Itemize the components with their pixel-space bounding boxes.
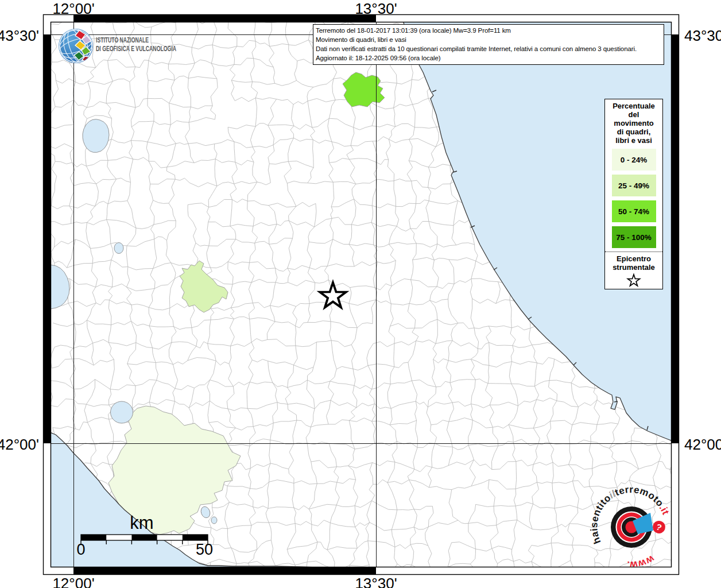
coord-label-right-top: 43°30' [684, 27, 721, 45]
legend-divider [605, 252, 662, 252]
legend-title-line: libri e vasi [605, 136, 662, 145]
scale-bar-start: 0 [76, 541, 85, 558]
legend-epicenter-star [605, 273, 662, 291]
legend-title-line: Percentuale [605, 102, 662, 110]
map-canvas: km 0 50 [0, 0, 721, 588]
legend-swatch-label: 75 - 100% [616, 233, 652, 242]
legend-title-line: di quadri, [605, 127, 662, 136]
legend-epicenter-label: Epicentro strumentale [605, 254, 662, 272]
legend-swatch: 0 - 24% [612, 149, 656, 171]
legend-items: 0 - 24%25 - 49%50 - 74%75 - 100% [605, 149, 662, 248]
earthquake-info-box: Terremoto del 18-01-2017 13:01:39 (ora l… [313, 24, 664, 65]
lake-vico [114, 243, 123, 254]
legend-swatch: 50 - 74% [612, 200, 656, 222]
lake-bracciano [111, 401, 133, 423]
ingv-name-line2: DI GEOFISICA E VULCANOLOGIA [96, 45, 176, 53]
legend-swatch-label: 0 - 24% [621, 156, 648, 164]
legend-swatch-label: 25 - 49% [618, 181, 649, 190]
legend-swatch: 75 - 100% [612, 226, 656, 248]
coord-label-right-bottom: 42°00' [684, 436, 721, 454]
legend: Percentualedelmovimentodi quadri,libri e… [604, 99, 663, 289]
legend-title-line: movimento [605, 119, 662, 127]
coord-label-top-left: 12°00' [48, 0, 99, 18]
info-line-data-note: Dati non verificati estratti da 10 quest… [316, 44, 661, 53]
coord-label-left-bottom: 42°00' [0, 436, 39, 454]
scale-bar-unit: km [130, 513, 153, 533]
legend-swatch-label: 50 - 74% [618, 207, 649, 216]
info-line-updated: Aggiornato il: 18-12-2025 09:56 (ora loc… [316, 53, 661, 63]
info-line-event: Terremoto del 18-01-2017 13:01:39 (ora l… [316, 26, 661, 35]
info-line-movement: Movimento di quadri, libri e vasi [316, 35, 661, 44]
legend-title-line: del [605, 110, 662, 119]
ingv-name-line1: ISTITUTO NAZIONALE [96, 36, 149, 44]
legend-title: Percentualedelmovimentodi quadri,libri e… [605, 102, 662, 145]
coord-label-left-top: 43°30' [0, 27, 39, 45]
lake-nemi [211, 517, 217, 524]
municipality-50-74pct [343, 72, 385, 107]
lake-bolsena [83, 119, 109, 153]
coord-label-top-right: 13°30' [350, 0, 402, 18]
coord-label-bottom-right: 13°30' [350, 575, 402, 588]
legend-swatch: 25 - 49% [612, 175, 656, 196]
scale-bar-end: 50 [196, 541, 213, 558]
coord-label-bottom-left: 12°00' [48, 575, 99, 588]
map-figure: km 0 50 [0, 0, 721, 588]
